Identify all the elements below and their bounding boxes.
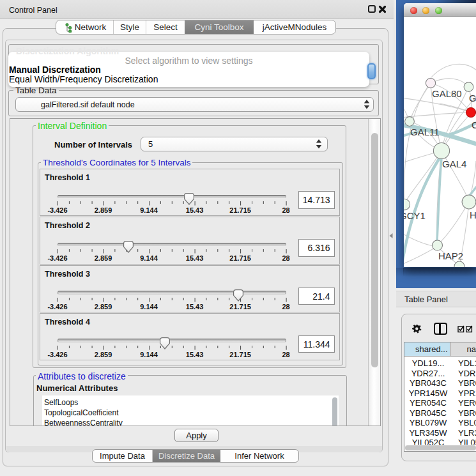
svg-text:GAL4: GAL4 bbox=[442, 158, 466, 169]
svg-text:GAL11: GAL11 bbox=[410, 127, 440, 137]
svg-text:GA: GA bbox=[469, 93, 476, 104]
svg-text:GAL80: GAL80 bbox=[432, 88, 462, 99]
svg-text:HAP2: HAP2 bbox=[438, 250, 463, 261]
svg-text:H: H bbox=[470, 210, 476, 220]
svg-text:C: C bbox=[472, 119, 476, 130]
svg-text:GCY1: GCY1 bbox=[404, 210, 426, 221]
